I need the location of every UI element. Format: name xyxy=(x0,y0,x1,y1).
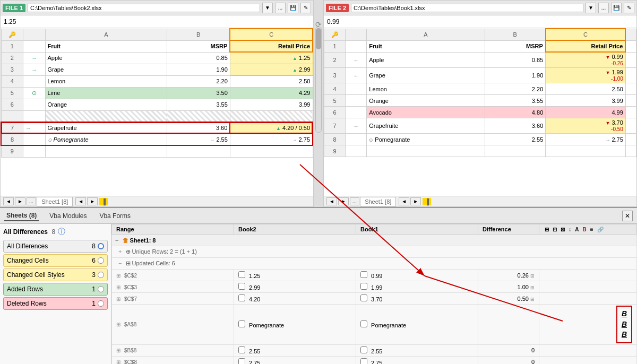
file1-more-sheets[interactable]: ... xyxy=(27,197,36,205)
comp-toolbar-icon5[interactable]: A xyxy=(575,227,579,232)
file1-path-input[interactable] xyxy=(28,4,260,12)
file1-row-8: 8 ⊙ Pomegranate → 2.55 → 2.75 xyxy=(1,134,313,145)
comp-book1-c8: 2.75 xyxy=(371,360,382,364)
file1-next-sheet[interactable]: ► xyxy=(15,197,25,205)
file2-col-a-header[interactable]: A xyxy=(367,29,485,40)
file1-a2: Apple xyxy=(45,52,167,64)
expand-icon-updated[interactable]: − xyxy=(118,260,122,266)
file2-more-btn[interactable]: ... xyxy=(598,3,609,13)
filter-deleted-radio[interactable] xyxy=(98,300,104,307)
comp-section-sheet1: − 🗑 Sheet1: 8 xyxy=(112,235,637,246)
comparison-table: Range Book2 Book1 Difference ⊞ ⊡ ⊠ ↕ A B xyxy=(111,224,637,364)
file2-c5: 3.99 xyxy=(546,95,626,107)
comp-toolbar-icon4[interactable]: ↕ xyxy=(569,227,571,232)
file1-prev-sheet[interactable]: ◄ xyxy=(3,197,14,205)
comp-toolbar-icon8[interactable]: 🔗 xyxy=(597,227,604,232)
comp-check-a8-book1[interactable] xyxy=(360,320,367,327)
file2-path-input[interactable] xyxy=(351,4,583,12)
comp-row-c8[interactable]: ⊞ $C$8 2.75 2.75 0 xyxy=(112,356,637,364)
file1-sheet1-tab[interactable]: Sheet1 [8] xyxy=(37,197,73,206)
comp-toolbar-icon3[interactable]: ⊠ xyxy=(561,227,565,232)
file1-b3: 1.90 xyxy=(167,64,230,75)
filter-added-rows[interactable]: Added Rows 1 xyxy=(3,283,108,296)
filter-all-differences[interactable]: All Differences 8 xyxy=(3,240,108,253)
tab-sheets[interactable]: Sheets (8) xyxy=(4,211,39,221)
file2-sheet1-tab[interactable]: Sheet1 [8] xyxy=(360,197,396,206)
tab-vba-forms[interactable]: Vba Forms xyxy=(97,211,133,221)
file1-dropdown-btn[interactable]: ▼ xyxy=(262,3,273,13)
divider-scroll-thumb[interactable] xyxy=(316,28,321,49)
filter-changed-cell-styles[interactable]: Changed Cell Styles 3 xyxy=(3,268,108,281)
comp-toolbar-icon2[interactable]: ⊡ xyxy=(553,227,557,232)
comp-check-b8-book1[interactable] xyxy=(360,346,367,353)
comp-toolbar-icon1[interactable]: ⊞ xyxy=(545,227,549,232)
filter-added-radio[interactable] xyxy=(98,286,104,292)
file1-more-btn[interactable]: ... xyxy=(275,3,286,13)
comp-toolbar-icon7[interactable]: ≡ xyxy=(590,227,593,232)
comp-row-b8[interactable]: ⊞ $B$8 2.55 2.55 0 xyxy=(112,344,637,356)
expand-icon-unique[interactable]: + xyxy=(118,248,122,255)
comp-check-a8-book2[interactable] xyxy=(238,320,245,327)
file2-edit-btn[interactable]: ✎ xyxy=(624,3,634,13)
comp-row-c2[interactable]: ⊞ $C$2 1.25 0.99 0.26 xyxy=(112,270,637,281)
comp-check-c8-book1[interactable] xyxy=(360,358,367,364)
comp-check-c7-book1[interactable] xyxy=(360,294,367,301)
file2-more-sheets[interactable]: ... xyxy=(350,197,359,205)
divider-scrollbar[interactable] xyxy=(315,27,322,133)
tab-vba-modules[interactable]: Vba Modules xyxy=(47,211,89,221)
filter-changed-styles-radio[interactable] xyxy=(98,272,104,278)
file1-col-a-header[interactable]: A xyxy=(45,29,167,40)
file2-badge: FILE 2 xyxy=(326,4,349,12)
comp-check-c7-book2[interactable] xyxy=(238,294,245,301)
file2-col-c-header[interactable]: C xyxy=(546,29,626,40)
file2-next-sheet[interactable]: ► xyxy=(338,197,349,205)
comp-check-c8-book2[interactable] xyxy=(238,358,245,364)
comp-check-c2-book1[interactable] xyxy=(360,271,367,278)
comp-row-c7[interactable]: ⊞ $C$7 4.20 3.70 0.50 xyxy=(112,293,637,305)
comp-check-b8-book2[interactable] xyxy=(238,346,245,353)
file1-scroll-right[interactable]: ► xyxy=(87,197,98,205)
comp-unique-label: Unique Rows: 2 = (1 + 1) xyxy=(132,248,197,255)
comp-book2-b8: 2.55 xyxy=(249,348,260,354)
file2-save-btn[interactable]: 💾 xyxy=(611,3,622,13)
expand-icon-sheet1[interactable]: − xyxy=(115,237,118,244)
file1-edit-btn[interactable]: ✎ xyxy=(300,3,311,13)
comp-col-actions: ⊞ ⊡ ⊠ ↕ A B ≡ 🔗 xyxy=(539,224,637,235)
filter-changed-cells[interactable]: Changed Cells 6 xyxy=(3,254,108,267)
filter-changed-cells-radio[interactable] xyxy=(98,257,104,264)
file2-dropdown-btn[interactable]: ▼ xyxy=(586,3,596,13)
file1-col-b-header[interactable]: B xyxy=(167,29,230,40)
file2-col-b-header[interactable]: B xyxy=(485,29,546,40)
file2-row-header: 1 Fruit MSRP Retail Price xyxy=(324,40,636,52)
file1-save-btn[interactable]: 💾 xyxy=(288,3,298,13)
filter-deleted-rows[interactable]: Deleted Rows 1 xyxy=(3,297,108,310)
comp-col-book2: Book2 xyxy=(234,224,356,235)
filter-changed-cells-label: Changed Cells xyxy=(7,257,49,264)
file2-scroll-left[interactable]: ◄ xyxy=(399,197,409,205)
comparison-area[interactable]: Range Book2 Book1 Difference ⊞ ⊡ ⊠ ↕ A B xyxy=(111,224,637,364)
file2-corner: 🔑 xyxy=(324,29,346,40)
file2-grid[interactable]: 🔑 A B C 1 Fruit MSRP Reta xyxy=(324,28,636,196)
comp-row-a8[interactable]: ⊞ $A$8 Pomegranate Pomegranate xyxy=(112,305,637,345)
b-value-3: B xyxy=(622,330,627,340)
comp-row-c3[interactable]: ⊞ $C$3 2.99 1.99 1.00 xyxy=(112,281,637,293)
file1-col-c-header[interactable]: C xyxy=(230,29,313,40)
filter-info-icon[interactable]: ⓘ xyxy=(58,227,65,236)
comp-diff-c2: 0.26 xyxy=(518,272,529,279)
file2-b4: 2.20 xyxy=(485,83,546,95)
comp-check-c3-book1[interactable] xyxy=(360,283,367,290)
file1-b4: 2.20 xyxy=(167,75,230,87)
filter-all-radio[interactable] xyxy=(98,243,104,249)
file2-prev-sheet[interactable]: ◄ xyxy=(326,197,337,205)
file1-c3: ▲ 2.99 xyxy=(230,64,313,75)
comp-check-c2-book2[interactable] xyxy=(238,271,245,278)
comp-check-c3-book2[interactable] xyxy=(238,283,245,290)
close-bottom-panel-btn[interactable]: ✕ xyxy=(622,211,633,221)
file1-grid[interactable]: 🔑 A B C 1 Fruit MSRP Retail Price xyxy=(1,28,313,196)
file1-scroll-left[interactable]: ◄ xyxy=(75,197,86,205)
comp-toolbar-icon6[interactable]: B xyxy=(583,227,587,232)
comp-book1-c7: 3.70 xyxy=(371,296,382,302)
filter-changed-styles-label: Changed Cell Styles xyxy=(7,271,65,279)
comp-section-delete-icon: 🗑 xyxy=(123,237,128,244)
file2-scroll-right[interactable]: ► xyxy=(410,197,421,205)
